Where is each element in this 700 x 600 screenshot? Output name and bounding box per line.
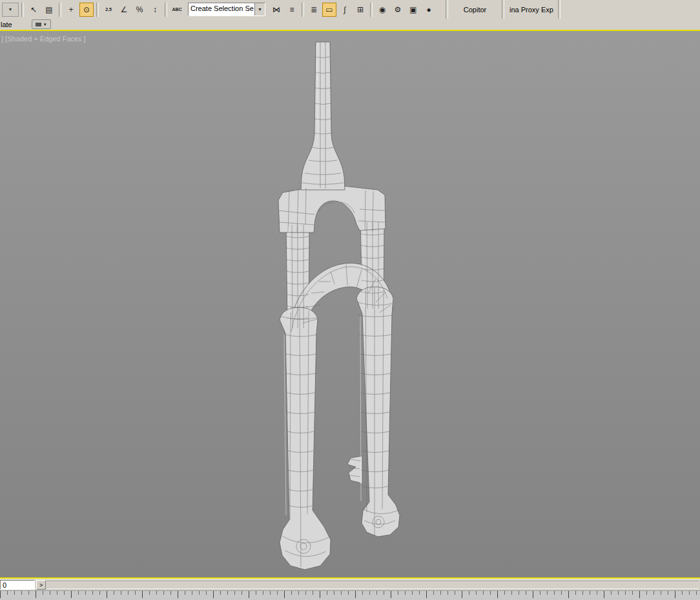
toolbar-separator [302,3,304,17]
spinner-snap-icon[interactable]: ↕ [148,3,162,17]
ruler-tick [135,591,142,595]
ribbon-toggle-icon[interactable]: ▭ [322,3,336,17]
proxy-exporter-button[interactable]: ina Proxy Exp [506,1,557,19]
ruler-tick [320,591,327,598]
ruler-tick [561,591,568,595]
ruler-tick [21,591,28,595]
ruler-tick [14,591,21,595]
ruler-tick [192,591,199,595]
ruler-tick [490,591,497,595]
ruler-tick [277,591,284,595]
selection-set-dropdown-arrow[interactable]: ▼ [254,3,265,16]
ruler-tick [128,591,135,595]
ruler-tick [305,591,313,595]
frame-number-value: 0 [3,581,6,589]
ruler-tick [440,591,448,595]
ruler-tick [469,591,476,595]
render-setup-icon[interactable]: ⚙ [391,3,405,17]
track-bar-ruler[interactable] [0,590,700,600]
toolbar-separator [502,0,504,19]
ruler-tick [341,591,348,595]
frame-number-field[interactable]: 0 [0,580,35,590]
ruler-tick [476,591,483,595]
angle-snap-icon[interactable]: ∠ [117,3,131,17]
ruler-tick [547,591,554,595]
selection-set-combobox[interactable]: Create Selection Se ▼ [188,3,265,16]
render-production-icon[interactable]: ● [422,3,436,17]
ruler-tick [234,591,242,595]
ruler-tick [405,591,412,595]
ruler-tick [448,591,455,595]
ruler-tick [376,591,384,595]
toolbar2-flyout-button[interactable]: ▼ [32,19,51,29]
ruler-tick [149,591,156,595]
toolbar-separator [96,3,99,17]
ruler-tick [575,591,582,595]
ruler-tick [661,591,668,595]
toolbar2-label: late [0,21,12,28]
mirror-icon[interactable]: ⋈ [269,3,283,17]
ruler-tick [263,591,270,595]
ruler-tick [419,591,426,595]
ruler-tick [0,591,7,598]
layer-manager-icon[interactable]: ≣ [307,3,321,17]
ruler-tick [78,591,85,595]
ruler-tick [689,591,696,595]
select-and-manipulate-icon[interactable]: ⊙ [79,3,94,17]
ruler-tick [327,591,334,595]
select-object-icon[interactable]: ↖ [26,3,41,17]
schematic-view-icon[interactable]: ⊞ [353,3,367,17]
fork-right-lower-leg [356,287,400,537]
select-and-move-icon[interactable]: + [64,3,78,17]
ruler-tick [163,591,170,595]
viewport[interactable]: ] [Shaded + Edged Faces ] [0,31,700,577]
ruler-tick [519,591,526,595]
ruler-tick [668,591,675,595]
fork-model[interactable] [0,31,700,577]
ruler-tick [618,591,625,595]
ruler-tick [590,591,597,595]
ruler-tick [533,591,540,598]
toolbar-separator [165,3,167,17]
ruler-tick [121,591,128,595]
ruler-tick [156,591,163,595]
ruler-tick [348,591,355,595]
ruler-tick [355,591,362,598]
ruler-tick [227,591,234,595]
rendered-frame-icon[interactable]: ▣ [406,3,420,17]
next-frame-button[interactable]: > [36,580,46,590]
ruler-tick [497,591,504,598]
copitor-button[interactable]: Copitor [449,1,500,19]
material-editor-icon[interactable]: ◉ [375,3,389,17]
ruler-tick [511,591,519,595]
ruler-tick [242,591,249,595]
toolbar-separator [558,0,561,19]
ruler-tick [611,591,618,595]
align-icon[interactable]: ≡ [285,3,299,17]
ruler-tick [114,591,121,595]
ruler-tick [362,591,369,595]
ruler-tick [256,591,263,595]
select-by-name-icon[interactable]: ▤ [42,3,56,17]
time-slider-track[interactable] [47,581,699,589]
ruler-tick [178,591,185,598]
ruler-tick [554,591,561,595]
percent-snap-icon[interactable]: % [132,3,147,17]
ruler-tick [455,591,462,595]
snaps-toggle-icon[interactable]: 2.5 [101,3,116,17]
selection-filter-dropdown[interactable]: ▼ [2,3,19,17]
ruler-tick [50,591,57,595]
ruler-tick [36,591,43,598]
ruler-tick [28,591,36,595]
ruler-tick [99,591,107,595]
curve-editor-icon[interactable]: ∫ [338,3,352,17]
ruler-tick [284,591,291,598]
keyboard-override-icon[interactable]: ABC [170,3,184,17]
ruler-tick [675,591,682,598]
toolbar-separator [370,3,373,17]
ruler-tick [625,591,632,595]
ruler-tick [433,591,440,595]
ruler-tick [412,591,419,595]
toolbar-separator [59,3,61,17]
ruler-tick [71,591,78,598]
